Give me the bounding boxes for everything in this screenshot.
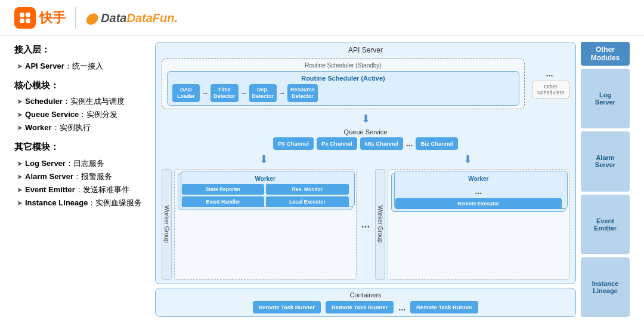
routine-standby-label: Routine Scheduler (Standby) [167,62,519,69]
api-server-item: ➤ API Server：统一接入 [14,60,145,73]
api-server-desc: ：统一接入 [64,61,103,70]
kuaishou-icon [14,7,36,29]
worker-group2-label: Worker Group [375,169,385,280]
worker-group2: Worker Group Worker ... Remote Executor [375,169,570,280]
worker2-box: Worker ... Remote Executor [391,173,566,212]
dag-loader-box: DAGLoader [172,84,200,102]
k8s-channel-box: k8s Channel [360,137,403,150]
svg-rect-0 [14,7,36,29]
down-arrow2: ⬇ [259,153,268,166]
header: 快手 ⬤ DataDataFun. [0,0,644,36]
arrow-icon: ➤ [17,60,23,72]
event-emitter-module: EventEmitter [581,195,630,254]
datafun-logo: ⬤ DataDataFun. [85,10,178,26]
containers-section: Containers Remote Task Runner Remote Tas… [155,288,576,317]
instance-lineage-item: ➤ Instance Lineage：实例血缘服务 [14,196,145,210]
queue-service-item: ➤ Queue Service：实例分发 [14,108,145,121]
api-server-label: API Server [162,46,569,54]
arrow-icon7: ➤ [17,184,23,196]
diagram-main: API Server Routine Scheduler (Standby) R… [155,42,576,317]
arrow-icon4: ➤ [17,122,23,134]
right-modules: OtherModules LogServer AlarmServer Event… [581,42,630,317]
worker-group1-label: Worker Group [162,169,172,280]
worker2-label: Worker [395,176,562,182]
down-arrow1: ⬇ [162,112,569,125]
log-server-module: LogServer [581,69,630,128]
resource-detector-box: ResourceDetector [287,84,318,102]
kuaishou-logo: 快手 [14,7,66,29]
main-content: 接入层： ➤ API Server：统一接入 核心模块： ➤ Scheduler… [0,36,644,323]
log-server-item: ➤ Log Server：日志服务 [14,157,145,170]
section1-title: 接入层： [14,42,145,57]
diagram-area: API Server Routine Scheduler (Standby) R… [155,42,630,317]
state-reporter-box: State Reporter [182,184,264,195]
worker1-label: Worker [182,176,349,182]
worker-section-dots: ... [361,169,370,280]
arrow3: → [278,89,286,97]
queue-service-label: Queue Service [162,128,569,136]
dep-detector-box: Dep.Detector [249,84,277,102]
px-channel-box: Px Channel [317,137,357,150]
arrow-icon6: ➤ [17,171,23,183]
arrow-icon3: ➤ [17,109,23,121]
svg-point-1 [20,13,24,17]
api-server-bold: API Server [25,61,64,70]
arrow2: → [240,89,247,97]
other-schedulers-section: ... OtherSchedulers [530,59,569,109]
worker2-dots: ... [395,184,562,198]
worker1-box: Worker State Reporter Res. Monitor Event… [178,173,353,210]
time-detector-box: TimeDetector [210,84,239,102]
routine-standby-box: Routine Scheduler (Standby) Routine Sche… [162,59,525,109]
instance-lineage-module: InstanceLineage [581,257,630,317]
worker-item: ➤ Worker：实例执行 [14,121,145,134]
runner3-box: Remote Task Runner [410,301,478,313]
arrow-icon5: ➤ [17,158,23,170]
svg-point-4 [26,19,30,23]
runner2-box: Remote Task Runner [326,301,394,313]
routine-active-box: Routine Scheduler (Active) DAGLoader → T… [167,71,519,106]
remote-executor-box: Remote Executor [395,198,562,209]
other-schedulers-box: OtherSchedulers [532,81,569,99]
p0-channel-box: P0 Channel [273,137,314,150]
worker1-inner-grid: State Reporter Res. Monitor Event Handle… [182,184,349,207]
local-executor-box: Local Executor [266,196,348,207]
event-handler-box: Event Handler [182,196,264,207]
section3-title: 其它模块： [14,139,145,155]
routine-active-label: Routine Scheduler (Active) [172,75,514,82]
other-schedulers-dots: ... [546,69,553,78]
worker-group1-box: Worker State Reporter Res. Monitor Event… [174,169,357,280]
logo-divider [75,7,76,29]
arrow-icon8: ➤ [17,197,23,209]
res-monitor-box: Res. Monitor [266,184,348,195]
svg-point-3 [20,19,24,23]
channel-dots: ... [406,139,413,148]
queue-service-section: Queue Service P0 Channel Px Channel k8s … [162,128,569,150]
scheduler-item: ➤ Scheduler：实例生成与调度 [14,95,145,108]
worker-group2-box: Worker ... Remote Executor [388,169,570,280]
down-arrows-row: ⬇ ⬇ [162,153,569,166]
event-emitter-item: ➤ Event Emitter：发送标准事件 [14,183,145,196]
biz-channel-box: Biz Channel [416,137,457,150]
section2-title: 核心模块： [14,78,145,93]
scheduler-components: DAGLoader → TimeDetector → Dep.Detector … [172,84,514,102]
queue-channels: P0 Channel Px Channel k8s Channel ... Bi… [162,137,569,150]
worker-group1: Worker Group Worker State Reporter Res. … [162,169,357,280]
arrow-icon2: ➤ [17,96,23,107]
containers-label: Containers [162,291,569,299]
scheduler-row: DAGLoader → TimeDetector → Dep.Detector … [172,84,514,102]
containers-row: Remote Task Runner Remote Task Runner ..… [162,301,569,313]
containers-dots: ... [398,303,405,312]
other-modules-title: OtherModules [581,42,630,66]
svg-point-2 [26,13,30,17]
workers-section: Worker Group Worker State Reporter Res. … [162,169,569,280]
alarm-server-module: AlarmServer [581,131,630,191]
other-schedulers-label: OtherSchedulers [537,84,564,96]
alarm-server-item: ➤ Alarm Server：报警服务 [14,170,145,183]
kuaishou-text: 快手 [39,9,66,27]
down-arrow3: ⬇ [463,153,472,166]
runner1-box: Remote Task Runner [253,301,321,313]
arrow1: → [202,89,209,97]
api-server-box: API Server Routine Scheduler (Standby) R… [155,42,576,284]
left-panel: 接入层： ➤ API Server：统一接入 核心模块： ➤ Scheduler… [14,42,145,317]
